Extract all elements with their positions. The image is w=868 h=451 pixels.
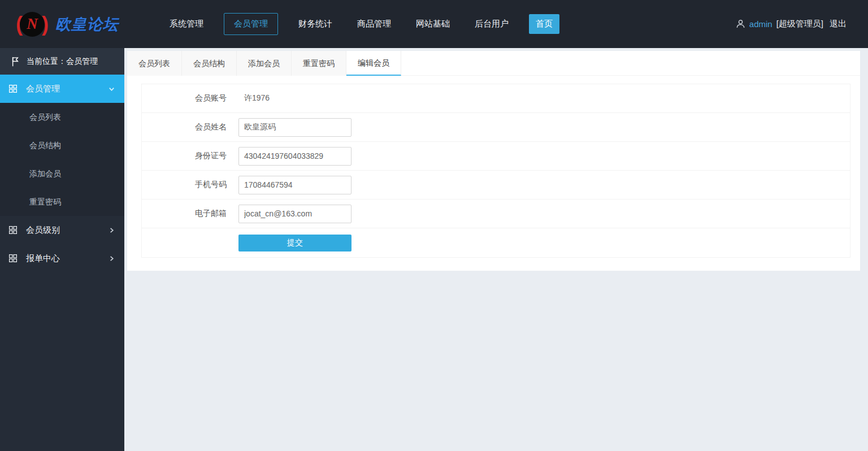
field-label: 手机号码 (142, 180, 227, 190)
submit-button[interactable]: 提交 (238, 235, 351, 251)
sidebar-subitem-member-structure[interactable]: 会员结构 (0, 131, 124, 159)
edit-member-form: 会员账号 许1976 会员姓名 身份证号 (141, 84, 850, 258)
form-row-email: 电子邮箱 (142, 200, 850, 228)
member-name-input[interactable] (238, 118, 351, 137)
sidebar-submenu: 会员列表 会员结构 添加会员 重置密码 (0, 103, 124, 216)
field-label: 会员姓名 (142, 122, 227, 132)
sidebar-item-label: 报单中心 (26, 253, 100, 264)
top-navigation: 系统管理 会员管理 财务统计 商品管理 网站基础 后台用户 首页 (157, 13, 567, 35)
nav-item-finance[interactable]: 财务统计 (298, 13, 332, 35)
user-icon (736, 19, 745, 29)
tab-bar: 会员列表 会员结构 添加会员 重置密码 编辑会员 (127, 51, 860, 76)
member-account-value: 许1976 (238, 93, 270, 103)
field-label: 会员账号 (142, 93, 227, 103)
topbar: ( N ) 欧皇论坛 系统管理 会员管理 财务统计 商品管理 网站基础 后台用户… (0, 0, 868, 48)
sidebar-item-order-center[interactable]: 报单中心 (0, 244, 124, 272)
nav-item-backend-users[interactable]: 后台用户 (475, 13, 509, 35)
logo-icon: ( N ) (16, 12, 49, 37)
form-row-submit: 提交 (142, 228, 850, 257)
email-input[interactable] (238, 205, 351, 223)
grid-icon (8, 253, 18, 263)
chevron-right-icon (108, 255, 115, 262)
content-panel: 会员列表 会员结构 添加会员 重置密码 编辑会员 会员账号 许1976 会员姓名 (127, 51, 860, 271)
logout-link[interactable]: 退出 (830, 19, 847, 29)
field-label: 身份证号 (142, 151, 227, 161)
chevron-down-icon (108, 85, 115, 93)
form-row-account: 会员账号 许1976 (142, 84, 850, 113)
logo-paren-right: ) (42, 14, 49, 34)
form-row-id-number: 身份证号 (142, 142, 850, 171)
sidebar-item-member-level[interactable]: 会员级别 (0, 216, 124, 244)
sidebar-subitem-reset-password[interactable]: 重置密码 (0, 188, 124, 216)
phone-input[interactable] (238, 176, 351, 194)
chevron-right-icon (108, 227, 115, 234)
sidebar-item-label: 会员管理 (26, 84, 100, 94)
form-row-phone: 手机号码 (142, 171, 850, 200)
logo-letter: N (27, 15, 38, 33)
main-layout: 当前位置：会员管理 会员管理 会员列表 会员结构 添加会员 重置密码 (0, 48, 868, 451)
content-area: 会员列表 会员结构 添加会员 重置密码 编辑会员 会员账号 许1976 会员姓名 (124, 48, 868, 451)
user-role: [超级管理员] (776, 19, 823, 29)
tab-edit-member[interactable]: 编辑会员 (346, 51, 401, 76)
signpost-icon (7, 55, 20, 68)
breadcrumb-label: 当前位置：会员管理 (27, 57, 98, 67)
nav-item-home[interactable]: 首页 (529, 14, 559, 34)
nav-item-products[interactable]: 商品管理 (357, 13, 391, 35)
sidebar-subitem-add-member[interactable]: 添加会员 (0, 159, 124, 188)
brand-name: 欧皇论坛 (55, 14, 119, 34)
tab-member-list[interactable]: 会员列表 (127, 51, 182, 76)
field-label: 电子邮箱 (142, 209, 227, 219)
tab-member-structure[interactable]: 会员结构 (182, 51, 237, 76)
user-area: admin [超级管理员] 退出 (736, 19, 868, 29)
grid-icon (8, 225, 18, 235)
logo-circle: N (20, 12, 45, 37)
sidebar-subitem-member-list[interactable]: 会员列表 (0, 103, 124, 131)
nav-item-system[interactable]: 系统管理 (170, 13, 203, 35)
id-number-input[interactable] (238, 147, 351, 166)
grid-icon (8, 84, 18, 94)
user-name[interactable]: admin (749, 19, 772, 29)
sidebar: 当前位置：会员管理 会员管理 会员列表 会员结构 添加会员 重置密码 (0, 48, 124, 451)
logo[interactable]: ( N ) 欧皇论坛 (0, 12, 137, 37)
breadcrumb: 当前位置：会员管理 (0, 48, 124, 75)
sidebar-item-label: 会员级别 (26, 225, 100, 236)
tab-add-member[interactable]: 添加会员 (237, 51, 292, 76)
nav-item-members[interactable]: 会员管理 (224, 13, 278, 35)
form-row-name: 会员姓名 (142, 113, 850, 142)
tab-reset-password[interactable]: 重置密码 (292, 51, 346, 76)
sidebar-item-member-management[interactable]: 会员管理 (0, 75, 124, 103)
nav-item-site-basics[interactable]: 网站基础 (416, 13, 450, 35)
